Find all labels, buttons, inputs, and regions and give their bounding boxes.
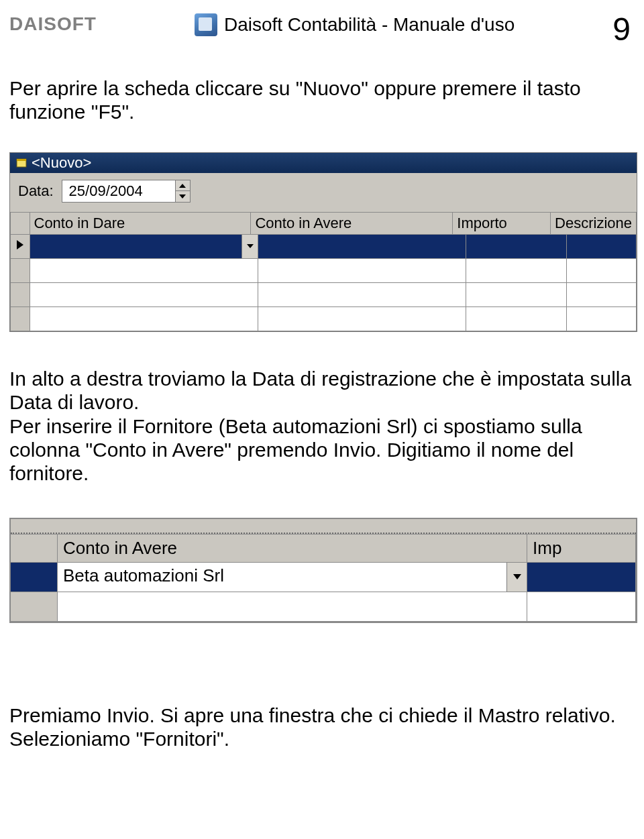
window-titlebar[interactable]: <Nuovo>: [10, 153, 637, 173]
table-row[interactable]: [11, 592, 636, 622]
spin-up-button[interactable]: [176, 180, 191, 191]
cell-conto-in-avere[interactable]: [58, 592, 527, 622]
row-indicator: [10, 235, 30, 259]
cell-importo[interactable]: [466, 283, 567, 307]
toolbar: Data: 25/09/2004: [10, 173, 637, 212]
svg-marker-4: [17, 240, 23, 249]
cell-imp[interactable]: [527, 563, 636, 592]
col-descrizione[interactable]: Descrizione: [551, 212, 637, 235]
doc-title: Daisoft Contabilità - Manuale d'uso: [224, 14, 515, 36]
paragraph-2: In alto a destra troviamo la Data di reg…: [9, 367, 637, 486]
paragraph-3: Premiamo Invio. Si apre una finestra che…: [9, 704, 637, 751]
cell-conto-in-avere[interactable]: [258, 259, 466, 283]
app-window-nuovo: <Nuovo> Data: 25/09/2004 Conto in Dare C…: [9, 152, 637, 332]
date-input[interactable]: 25/09/2004: [62, 180, 176, 203]
svg-marker-3: [179, 194, 186, 199]
entry-grid: Conto in Dare Conto in Avere Importo Des…: [10, 212, 637, 331]
svg-marker-6: [513, 574, 521, 579]
col-conto-in-avere[interactable]: Conto in Avere: [251, 212, 453, 235]
brand-label: DAISOFT: [9, 13, 97, 35]
col-conto-in-avere[interactable]: Conto in Avere: [58, 534, 527, 563]
row-indicator: [10, 283, 30, 307]
window-title: <Nuovo>: [32, 154, 91, 172]
cell-conto-in-dare[interactable]: [30, 235, 258, 259]
table-row[interactable]: [10, 307, 637, 331]
svg-marker-2: [179, 184, 186, 188]
dropdown-trigger[interactable]: [506, 563, 527, 592]
grid-header: Conto in Dare Conto in Avere Importo Des…: [10, 212, 637, 235]
frag-corner: [11, 534, 58, 563]
grid-corner: [10, 212, 30, 235]
grid-fragment: Conto in Avere Imp Beta automazioni Srl: [9, 518, 637, 623]
window-icon: [15, 157, 28, 169]
col-conto-in-dare[interactable]: Conto in Dare: [30, 212, 252, 235]
cell-descrizione[interactable]: [567, 235, 637, 259]
doc-title-block: Daisoft Contabilità - Manuale d'uso: [195, 13, 515, 36]
table-row[interactable]: [10, 283, 637, 307]
cell-conto-in-avere[interactable]: [258, 283, 466, 307]
cell-descrizione[interactable]: [567, 283, 637, 307]
date-label: Data:: [18, 182, 54, 200]
fragment-top-stripe: [11, 519, 636, 534]
row-indicator: [10, 307, 30, 331]
cell-importo[interactable]: [466, 235, 567, 259]
spin-down-button[interactable]: [176, 190, 191, 203]
svg-rect-1: [17, 159, 26, 161]
document-header: DAISOFT Daisoft Contabilità - Manuale d'…: [9, 13, 637, 46]
fragment-body: Beta automazioni Srl: [11, 563, 636, 622]
row-pointer-icon: [17, 240, 23, 252]
cell-importo[interactable]: [466, 307, 567, 331]
table-row[interactable]: [10, 259, 637, 283]
date-spinner[interactable]: [176, 180, 191, 203]
svg-marker-5: [247, 244, 254, 248]
cell-conto-in-avere[interactable]: [258, 307, 466, 331]
cell-conto-in-dare[interactable]: [30, 283, 258, 307]
row-indicator: [11, 592, 58, 622]
page-number: 9: [612, 13, 631, 46]
cell-conto-in-dare[interactable]: [30, 307, 258, 331]
col-imp[interactable]: Imp: [527, 534, 636, 563]
cell-descrizione[interactable]: [567, 307, 637, 331]
cell-conto-in-avere[interactable]: Beta automazioni Srl: [58, 563, 527, 592]
col-importo[interactable]: Importo: [453, 212, 551, 235]
cell-descrizione[interactable]: [567, 259, 637, 283]
table-row[interactable]: [10, 235, 637, 259]
row-indicator: [11, 563, 58, 592]
cell-conto-in-dare[interactable]: [30, 259, 258, 283]
app-icon: [195, 13, 217, 36]
table-row[interactable]: Beta automazioni Srl: [11, 563, 636, 592]
cell-value: Beta automazioni Srl: [63, 565, 224, 585]
cell-conto-in-avere[interactable]: [258, 235, 466, 259]
cell-importo[interactable]: [466, 259, 567, 283]
row-indicator: [10, 259, 30, 283]
grid-body: [10, 235, 637, 331]
paragraph-1: Per aprire la scheda cliccare su "Nuovo"…: [9, 76, 637, 124]
date-field[interactable]: 25/09/2004: [62, 180, 191, 203]
cell-imp[interactable]: [527, 592, 636, 622]
dropdown-trigger[interactable]: [241, 235, 258, 258]
fragment-header: Conto in Avere Imp: [11, 534, 636, 563]
